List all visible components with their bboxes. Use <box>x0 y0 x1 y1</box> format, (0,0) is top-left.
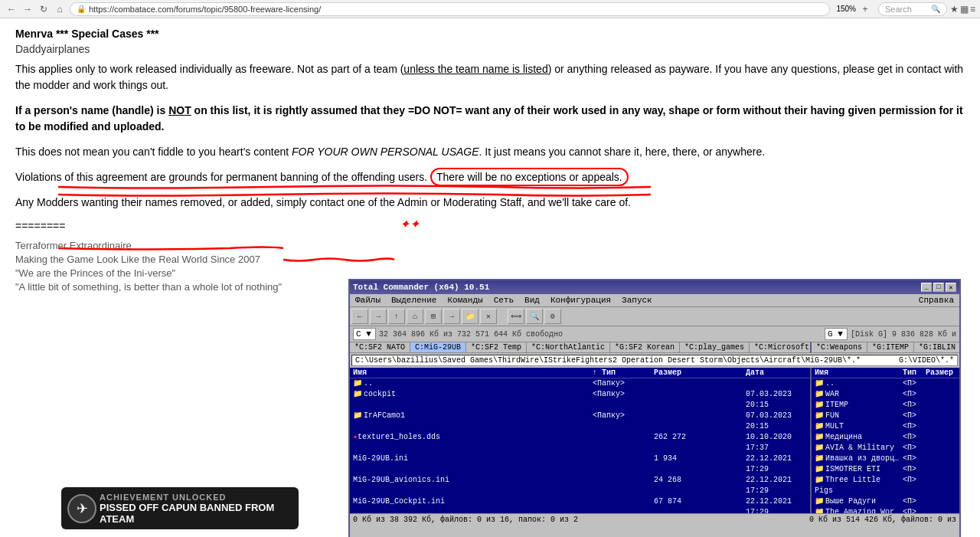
tc-row-war[interactable]: 📁WAR <П> <box>812 389 959 400</box>
tc-btn-search[interactable]: 🔍 <box>526 309 543 324</box>
menu-icon[interactable]: ≡ <box>970 4 975 15</box>
tc-tab-sf2korean[interactable]: *G:SF2 Korean <box>610 342 680 352</box>
tc-path-left: C:\Users\bazillius\Saved Games\ThirdWire… <box>355 356 861 365</box>
tc-btn-up[interactable]: ↑ <box>388 309 405 324</box>
tc-row-medicina[interactable]: 📁Медицина <П> <box>812 432 959 443</box>
tc-row-mult[interactable]: 📁MULT <П> <box>812 421 959 432</box>
tc-menu-help[interactable]: Справка <box>916 295 956 306</box>
page-content: Menrva *** Special Cases *** Daddyairpla… <box>0 18 980 537</box>
tc-drivebar: C ▼ 32 364 896 Кб из 732 571 644 Кб своб… <box>350 326 959 342</box>
tc-tabs-left: *C:SF2 NATO C:MiG-29UB *C:SF2 Temp *C:No… <box>350 342 810 353</box>
tc-panel-right-header: Имя Тип Размер <box>812 368 959 378</box>
underlined-text: unless the team name is listed <box>403 63 547 75</box>
tc-btn-mkdir[interactable]: 📁 <box>462 309 479 324</box>
section-name: Menrva *** Special Cases *** <box>15 28 965 40</box>
tc-tab-giblin[interactable]: *G:IBLIN <box>914 342 959 352</box>
achievement-text: PISSED OFF CAPUN BANNED FROM ATEAM <box>100 502 289 525</box>
tc-close-button[interactable]: ✕ <box>946 283 956 292</box>
tc-row-irafcamo1[interactable]: 📁IrAFCamo1 <Папку> 07.03.2023 20:15 <box>350 411 810 432</box>
user-subtitle: Making the Game Look Like the Real World… <box>15 254 965 265</box>
tc-tab-gitemp[interactable]: *G:ITEMP <box>867 342 914 352</box>
tc-titlebar: Total Commander (x64) 10.51 _ □ ✕ <box>350 280 959 294</box>
tc-tab-playgames[interactable]: *C:play_games <box>680 342 750 352</box>
zoom-level: 150% <box>836 5 856 13</box>
achievement-badge: ✈ ACHIEVEMENT UNLOCKED PISSED OFF CAPUN … <box>61 487 299 529</box>
tc-menu-select[interactable]: Выделение <box>389 295 439 306</box>
tc-tab-weapons[interactable]: *C:Weapons <box>812 342 867 352</box>
tc-menu-config[interactable]: Конфигурация <box>548 295 613 306</box>
tc-menu-launch[interactable]: Запуск <box>619 295 655 306</box>
address-bar[interactable]: 🔒 https://combatace.com/forums/topic/958… <box>70 2 830 16</box>
tc-drive-right-dropdown[interactable]: G ▼ <box>825 328 848 340</box>
tc-menu-network[interactable]: Сеть <box>492 295 516 306</box>
tc-row-parent[interactable]: 📁.. <Папку> <box>350 378 810 389</box>
achievement-title: ACHIEVEMENT UNLOCKED <box>100 493 289 502</box>
tc-row-itemp[interactable]: 📁ITEMP <П> <box>812 400 959 411</box>
tc-maximize-button[interactable]: □ <box>933 283 944 292</box>
tc-row-right-parent[interactable]: 📁.. <П> <box>812 378 959 389</box>
tc-btn-delete[interactable]: ✕ <box>480 309 497 324</box>
search-box[interactable]: Search 🔍 <box>878 2 947 16</box>
home-button[interactable]: ⌂ <box>53 2 67 16</box>
bookmark-icon[interactable]: ★ <box>950 4 959 15</box>
tc-row-cockpit[interactable]: 📁cockpit <Папку> 07.03.2023 20:15 <box>350 389 810 411</box>
tc-row-avia[interactable]: 📁AVIA & Military <П> <box>812 443 959 454</box>
tc-tab-microsoft[interactable]: *C:Microsoft <box>750 342 810 352</box>
tc-drive-left-info: 32 364 896 Кб из 732 571 644 Кб свободно <box>379 330 563 339</box>
tc-tab-mig29ub[interactable]: C:MiG-29UB <box>410 342 466 352</box>
tc-panel-left: Имя ↑ Тип Размер Дата 📁.. <Папку> 📁cockp… <box>350 368 810 513</box>
tc-row-mig29ubini[interactable]: MiG-29UB.ini 1 934 22.12.2021 17:29 <box>350 454 810 475</box>
forward-button[interactable]: → <box>21 2 34 16</box>
tc-tab-sf2temp[interactable]: *C:SF2 Temp <box>466 342 527 352</box>
tc-menu-files[interactable]: Файлы <box>353 295 383 306</box>
highlighted-text: There will be no exceptions or appeals. <box>430 168 629 186</box>
tc-btn-sync[interactable]: ⟺ <box>508 309 524 324</box>
tc-row-amazing[interactable]: 📁The Amazing World... <П> <box>812 507 959 513</box>
tc-panels: Имя ↑ Тип Размер Дата 📁.. <Папку> 📁cockp… <box>350 368 959 513</box>
tc-window-buttons: _ □ ✕ <box>921 283 956 292</box>
tc-menubar: Файлы Выделение Команды Сеть Вид Конфигу… <box>350 294 959 307</box>
tc-status-bar: 0 Кб из 38 392 Кб, файлов: 0 из 16, папо… <box>350 513 959 526</box>
tc-menu-commands[interactable]: Команды <box>445 295 485 306</box>
tc-drive-right-info: [Disk G] 9 836 828 Кб и <box>851 330 956 339</box>
tc-minimize-button[interactable]: _ <box>921 283 932 292</box>
name-entry: Daddyairplanes <box>15 43 965 55</box>
tc-row-fun[interactable]: 📁FUN <П> <box>812 411 959 421</box>
user-title: Terraformer Extraordinaire <box>15 240 965 251</box>
achievement-icon: ✈ <box>67 494 96 523</box>
tc-btn-fwd[interactable]: → <box>370 309 387 324</box>
tc-row-texture1[interactable]: ✦texture1_holes.dds 262 272 10.10.2020 1… <box>350 432 810 454</box>
tc-menu-view[interactable]: Вид <box>522 295 542 306</box>
back-button[interactable]: ← <box>5 2 18 16</box>
para3: This does not mean you can't fiddle to y… <box>15 144 965 160</box>
tc-btn-copy[interactable]: ⊞ <box>425 309 442 324</box>
tc-path-bar: C:\Users\bazillius\Saved Games\ThirdWire… <box>351 355 958 366</box>
para4: Violations of this agreement are grounds… <box>15 169 965 185</box>
tc-row-avionics[interactable]: MiG-29UB_avionics.ini 24 268 22.12.2021 … <box>350 475 810 496</box>
browser-chrome: ← → ↻ ⌂ 🔒 https://combatace.com/forums/t… <box>0 0 980 18</box>
divider: ======== <box>15 220 965 232</box>
tc-row-threepigs[interactable]: 📁Three Little Pigs <П> <box>812 475 959 496</box>
tc-row-ismotrer[interactable]: 📁ISMOTRER ETI <П> <box>812 464 959 475</box>
tc-tab-sf2nato[interactable]: *C:SF2 NATO <box>350 342 410 352</box>
zoom-in-button[interactable]: + <box>858 2 872 16</box>
url-text: https://combatace.com/forums/topic/95800… <box>89 5 321 14</box>
user-quote1: "We are the Princes of the Ini-verse" <box>15 267 965 279</box>
tc-btn-root[interactable]: ⌂ <box>407 309 423 324</box>
tc-btn-move[interactable]: → <box>443 309 460 324</box>
tc-window: Total Commander (x64) 10.51 _ □ ✕ Файлы … <box>348 279 961 537</box>
para5: Any Modders wanting their names removed,… <box>15 195 965 211</box>
search-icon: 🔍 <box>931 5 940 13</box>
reload-button[interactable]: ↻ <box>37 2 51 16</box>
tc-btn-settings[interactable]: ⚙ <box>544 309 561 324</box>
tc-row-ivashka[interactable]: 📁Ивашка из дворца... <П> <box>812 454 959 464</box>
tc-drive-left-dropdown[interactable]: C ▼ <box>353 328 376 340</box>
para2: If a person's name (handle) is NOT on th… <box>15 103 965 135</box>
extensions-icon[interactable]: ▦ <box>960 4 969 15</box>
tc-tab-northatlantic[interactable]: *C:NorthAtlantic <box>527 342 610 352</box>
tc-panel-right: Имя Тип Размер 📁.. <П> 📁WAR <П> 📁ITEMP <… <box>810 368 959 513</box>
search-label: Search <box>885 5 912 14</box>
tc-row-cockpitini[interactable]: MiG-29UB_Cockpit.ini 67 874 22.12.2021 1… <box>350 496 810 513</box>
tc-row-rainbow[interactable]: 📁Выше Радуги <П> <box>812 496 959 507</box>
tc-btn-back[interactable]: ← <box>351 309 368 324</box>
